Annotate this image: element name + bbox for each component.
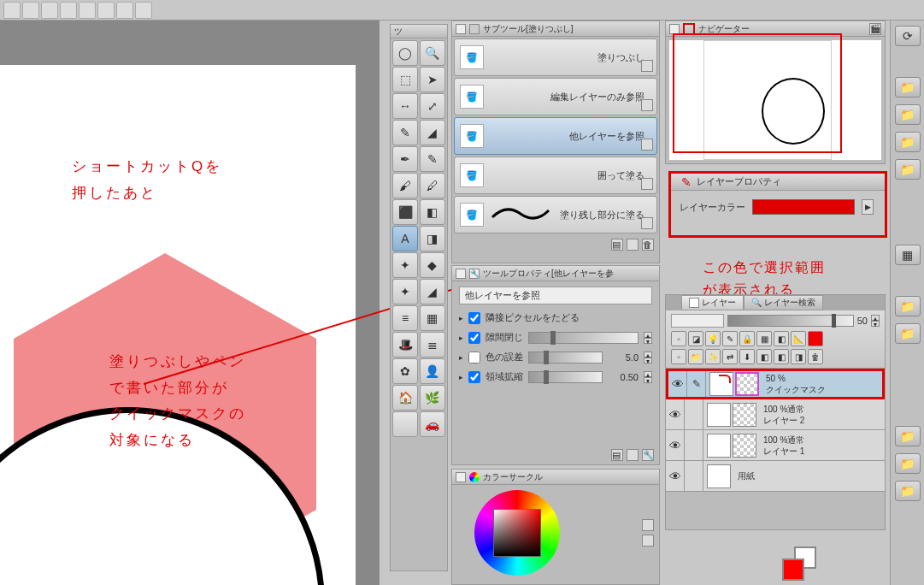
lc-lock-icon[interactable]: 🔒 — [739, 331, 755, 346]
lc-draft-icon[interactable]: ✎ — [722, 331, 738, 346]
tool-btn[interactable]: ◆ — [420, 252, 445, 278]
panel-menu-icon[interactable] — [456, 269, 466, 279]
folder-icon[interactable]: 📁 — [895, 481, 921, 501]
lc-mask-icon[interactable]: ◧ — [756, 349, 772, 364]
prop-stepper[interactable]: ▲▼ — [644, 332, 652, 344]
expand-icon[interactable]: ▸ — [459, 373, 463, 381]
panel-menu-icon[interactable] — [669, 24, 680, 34]
tool-btn[interactable]: ◢ — [420, 279, 445, 304]
panel-menu-icon[interactable] — [456, 472, 466, 482]
cc-mode-icon[interactable] — [642, 535, 654, 547]
tool-btn[interactable]: ↔ — [392, 93, 418, 119]
subtool-item[interactable]: 🪣編集レイヤーのみ参照 — [454, 78, 657, 115]
tool-btn[interactable]: 🖊 — [420, 173, 445, 198]
subtool-menu-icon[interactable]: ▤ — [611, 239, 623, 251]
lc-translock-icon[interactable]: ▦ — [756, 331, 772, 346]
lc-delete-icon[interactable]: 🗑 — [808, 349, 823, 364]
lc-mask2-icon[interactable]: ◨ — [791, 349, 806, 364]
tb-icon[interactable] — [97, 2, 115, 19]
layer-visibility-icon[interactable]: 👁 — [666, 399, 685, 429]
panel-menu-icon[interactable]: ▤ — [611, 449, 623, 461]
tool-btn[interactable] — [392, 411, 418, 437]
tool-btn[interactable]: ➤ — [420, 67, 445, 92]
navigator-body[interactable] — [669, 40, 881, 160]
color-wheel[interactable] — [474, 490, 560, 576]
nav-viewport-box[interactable] — [673, 33, 842, 153]
folder-icon[interactable]: 📁 — [895, 426, 921, 446]
tool-btn[interactable]: 🖌 — [392, 173, 418, 198]
opacity-slider[interactable] — [727, 315, 854, 327]
subtool-options-icon[interactable] — [641, 60, 653, 72]
prop-slider[interactable] — [528, 352, 603, 363]
opacity-stepper[interactable]: ▲▼ — [871, 315, 880, 327]
tool-btn[interactable]: ◨ — [420, 226, 445, 251]
lc-maskon-icon[interactable]: ◧ — [774, 331, 789, 346]
expand-icon[interactable]: ▸ — [459, 353, 463, 362]
wrench-icon[interactable]: 🔧 — [642, 449, 654, 461]
folder-icon[interactable]: 📁 — [895, 323, 921, 344]
tool-btn[interactable]: 🌿 — [420, 385, 445, 411]
layer-edit-col[interactable] — [685, 430, 703, 460]
color-square[interactable] — [493, 509, 541, 557]
prop-checkbox[interactable] — [468, 312, 480, 324]
lc-clip-icon[interactable]: ◪ — [688, 331, 703, 346]
lc-newlayer-icon[interactable]: ▫ — [671, 349, 686, 364]
subtool-delete-icon[interactable]: 🗑 — [642, 239, 654, 251]
layer-row[interactable]: 👁用紙 — [666, 461, 885, 492]
tool-btn[interactable]: 🎩 — [392, 332, 418, 358]
tb-icon[interactable] — [22, 2, 39, 19]
layer-edit-col[interactable] — [685, 461, 703, 491]
lc-transfer-icon[interactable]: ⇄ — [722, 349, 738, 364]
lc-maskapply-icon[interactable]: ◧ — [774, 349, 789, 364]
lc-ref-icon[interactable]: 💡 — [705, 331, 721, 346]
folder-icon[interactable]: 📁 — [895, 77, 921, 98]
expand-icon[interactable]: ▸ — [459, 334, 463, 342]
subtool-options-icon[interactable] — [641, 99, 653, 111]
tool-btn[interactable]: ✎ — [420, 146, 445, 172]
blend-mode-select[interactable] — [671, 314, 724, 328]
tool-btn[interactable]: A — [392, 226, 418, 251]
lc-new-icon[interactable]: ▫ — [671, 331, 686, 346]
tb-icon[interactable] — [60, 2, 77, 19]
refer-layer-select[interactable]: 他レイヤーを参照 — [459, 287, 652, 304]
tool-btn[interactable]: ⬛ — [392, 199, 418, 225]
canvas[interactable]: ショートカットQを 押したあと 塗りつぶしやペン で書いた部分が クイックマスク… — [0, 65, 356, 585]
layer-edit-col[interactable] — [685, 399, 703, 429]
subtool-add-icon[interactable] — [627, 239, 639, 251]
checker-icon[interactable]: ▦ — [895, 245, 921, 265]
layer-row[interactable]: 👁100 %通常レイヤー 1 — [666, 430, 885, 461]
tool-btn[interactable]: ≣ — [420, 332, 445, 358]
prop-stepper[interactable]: ▲▼ — [644, 352, 652, 363]
tool-btn[interactable]: ✦ — [392, 279, 418, 304]
panel-menu-icon[interactable] — [667, 296, 680, 310]
cc-mode-icon[interactable] — [642, 519, 654, 531]
tool-btn[interactable]: ◢ — [420, 120, 445, 145]
toolprop-title[interactable]: 🔧 ツールプロパティ[他レイヤーを参 — [452, 266, 659, 281]
tool-btn[interactable]: ✎ — [392, 120, 418, 145]
layer-color-swatch[interactable] — [752, 199, 855, 215]
lc-newfolder-icon[interactable]: 📁 — [688, 349, 703, 364]
lc-color-icon[interactable] — [808, 331, 823, 346]
prop-checkbox[interactable] — [468, 371, 480, 383]
tool-btn[interactable]: ⬚ — [392, 67, 418, 92]
tool-btn[interactable]: ✦ — [392, 252, 418, 278]
layer-visibility-icon[interactable]: 👁 — [668, 371, 687, 397]
layer-visibility-icon[interactable]: 👁 — [666, 430, 685, 460]
refresh-icon[interactable]: ⟳ — [895, 26, 921, 46]
tool-btn[interactable]: ⤢ — [420, 93, 445, 119]
prop-slider[interactable] — [528, 332, 639, 344]
layerprop-title[interactable]: ✎ レイヤープロパティ — [671, 174, 885, 191]
folder-icon[interactable]: 📁 — [895, 159, 921, 180]
layer-color-arrow[interactable]: ▶ — [862, 199, 874, 215]
tb-icon[interactable] — [3, 2, 21, 19]
colorcircle-title[interactable]: カラーサークル — [452, 470, 659, 485]
subtool-title[interactable]: サブツール[塗りつぶし] — [452, 21, 659, 37]
layer-visibility-icon[interactable]: 👁 — [666, 461, 685, 491]
prop-slider[interactable] — [528, 371, 603, 383]
save-preset-icon[interactable] — [627, 449, 639, 461]
layer-row[interactable]: 👁✎50 %クイックマスク — [666, 369, 885, 399]
lc-ai-icon[interactable]: ✨ — [705, 349, 721, 364]
prop-checkbox[interactable] — [468, 352, 480, 363]
prop-stepper[interactable]: ▲▼ — [644, 371, 652, 383]
lc-mergedown-icon[interactable]: ⬇ — [739, 349, 755, 364]
